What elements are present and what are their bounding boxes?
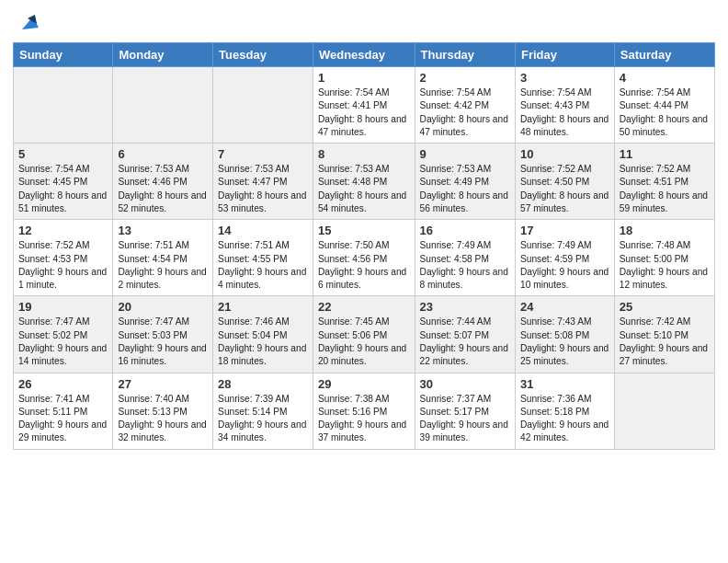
day-number: 18 — [620, 224, 710, 237]
calendar-cell: 4Sunrise: 7:54 AM Sunset: 4:44 PM Daylig… — [614, 67, 714, 144]
calendar-cell: 28Sunrise: 7:39 AM Sunset: 5:14 PM Dayli… — [213, 373, 313, 449]
day-number: 7 — [218, 147, 308, 161]
calendar-header-row: SundayMondayTuesdayWednesdayThursdayFrid… — [14, 43, 715, 67]
day-info: Sunrise: 7:53 AM Sunset: 4:49 PM Dayligh… — [420, 163, 510, 215]
day-info: Sunrise: 7:54 AM Sunset: 4:44 PM Dayligh… — [620, 86, 710, 139]
day-number: 26 — [18, 377, 108, 391]
day-info: Sunrise: 7:47 AM Sunset: 5:02 PM Dayligh… — [18, 316, 108, 368]
day-number: 15 — [318, 224, 410, 237]
day-info: Sunrise: 7:54 AM Sunset: 4:41 PM Dayligh… — [318, 86, 410, 139]
calendar-week-4: 19Sunrise: 7:47 AM Sunset: 5:02 PM Dayli… — [14, 296, 715, 373]
calendar-cell — [113, 67, 213, 144]
calendar-cell: 7Sunrise: 7:53 AM Sunset: 4:47 PM Daylig… — [213, 144, 313, 220]
calendar-cell: 29Sunrise: 7:38 AM Sunset: 5:16 PM Dayli… — [313, 373, 415, 449]
day-info: Sunrise: 7:49 AM Sunset: 4:58 PM Dayligh… — [420, 239, 510, 292]
calendar-cell: 5Sunrise: 7:54 AM Sunset: 4:45 PM Daylig… — [14, 144, 113, 220]
calendar-cell: 18Sunrise: 7:48 AM Sunset: 5:00 PM Dayli… — [614, 220, 714, 296]
day-info: Sunrise: 7:53 AM Sunset: 4:46 PM Dayligh… — [118, 163, 208, 215]
day-info: Sunrise: 7:44 AM Sunset: 5:07 PM Dayligh… — [420, 316, 510, 368]
day-number: 17 — [520, 224, 609, 237]
day-info: Sunrise: 7:51 AM Sunset: 4:55 PM Dayligh… — [218, 239, 308, 292]
day-info: Sunrise: 7:53 AM Sunset: 4:47 PM Dayligh… — [218, 163, 308, 215]
calendar-cell: 14Sunrise: 7:51 AM Sunset: 4:55 PM Dayli… — [213, 220, 313, 296]
day-number: 30 — [420, 377, 510, 391]
day-number: 14 — [218, 224, 308, 237]
calendar-cell: 12Sunrise: 7:52 AM Sunset: 4:53 PM Dayli… — [14, 220, 113, 296]
calendar-week-2: 5Sunrise: 7:54 AM Sunset: 4:45 PM Daylig… — [14, 144, 715, 220]
calendar-cell: 27Sunrise: 7:40 AM Sunset: 5:13 PM Dayli… — [113, 373, 213, 449]
day-info: Sunrise: 7:38 AM Sunset: 5:16 PM Dayligh… — [318, 393, 410, 445]
calendar-cell: 13Sunrise: 7:51 AM Sunset: 4:54 PM Dayli… — [113, 220, 213, 296]
calendar-cell: 17Sunrise: 7:49 AM Sunset: 4:59 PM Dayli… — [515, 220, 614, 296]
calendar-cell — [14, 67, 113, 144]
calendar-cell: 8Sunrise: 7:53 AM Sunset: 4:48 PM Daylig… — [313, 144, 415, 220]
day-number: 24 — [520, 300, 609, 314]
logo-icon — [15, 9, 40, 35]
calendar-cell: 24Sunrise: 7:43 AM Sunset: 5:08 PM Dayli… — [515, 296, 614, 373]
calendar-table: SundayMondayTuesdayWednesdayThursdayFrid… — [13, 42, 715, 450]
day-info: Sunrise: 7:43 AM Sunset: 5:08 PM Dayligh… — [520, 316, 609, 368]
calendar-week-3: 12Sunrise: 7:52 AM Sunset: 4:53 PM Dayli… — [14, 220, 715, 296]
day-number: 3 — [520, 71, 609, 85]
header — [13, 9, 715, 35]
day-number: 9 — [420, 147, 510, 161]
col-header-monday: Monday — [113, 43, 213, 67]
day-number: 8 — [318, 147, 410, 161]
day-number: 20 — [118, 300, 208, 314]
day-number: 6 — [118, 147, 208, 161]
calendar-cell: 25Sunrise: 7:42 AM Sunset: 5:10 PM Dayli… — [614, 296, 714, 373]
day-number: 27 — [118, 377, 208, 391]
calendar-cell: 16Sunrise: 7:49 AM Sunset: 4:58 PM Dayli… — [415, 220, 515, 296]
day-info: Sunrise: 7:54 AM Sunset: 4:42 PM Dayligh… — [420, 86, 510, 139]
calendar-cell — [213, 67, 313, 144]
day-number: 29 — [318, 377, 410, 391]
day-info: Sunrise: 7:51 AM Sunset: 4:54 PM Dayligh… — [118, 239, 208, 292]
calendar-cell: 19Sunrise: 7:47 AM Sunset: 5:02 PM Dayli… — [14, 296, 113, 373]
day-number: 13 — [118, 224, 208, 237]
calendar-cell: 10Sunrise: 7:52 AM Sunset: 4:50 PM Dayli… — [515, 144, 614, 220]
calendar-week-1: 1Sunrise: 7:54 AM Sunset: 4:41 PM Daylig… — [14, 67, 715, 144]
page: SundayMondayTuesdayWednesdayThursdayFrid… — [0, 0, 728, 463]
day-number: 12 — [18, 224, 108, 237]
calendar-cell: 21Sunrise: 7:46 AM Sunset: 5:04 PM Dayli… — [213, 296, 313, 373]
day-number: 4 — [620, 71, 710, 85]
day-number: 25 — [620, 300, 710, 314]
day-number: 16 — [420, 224, 510, 237]
day-info: Sunrise: 7:48 AM Sunset: 5:00 PM Dayligh… — [620, 239, 710, 292]
logo-area — [13, 9, 40, 35]
col-header-thursday: Thursday — [415, 43, 515, 67]
day-number: 2 — [420, 71, 510, 85]
day-info: Sunrise: 7:54 AM Sunset: 4:45 PM Dayligh… — [18, 163, 108, 215]
day-info: Sunrise: 7:41 AM Sunset: 5:11 PM Dayligh… — [18, 393, 108, 445]
day-info: Sunrise: 7:47 AM Sunset: 5:03 PM Dayligh… — [118, 316, 208, 368]
day-info: Sunrise: 7:45 AM Sunset: 5:06 PM Dayligh… — [318, 316, 410, 368]
calendar-cell: 23Sunrise: 7:44 AM Sunset: 5:07 PM Dayli… — [415, 296, 515, 373]
day-number: 22 — [318, 300, 410, 314]
day-info: Sunrise: 7:52 AM Sunset: 4:53 PM Dayligh… — [18, 239, 108, 292]
calendar-cell: 9Sunrise: 7:53 AM Sunset: 4:49 PM Daylig… — [415, 144, 515, 220]
calendar-cell: 6Sunrise: 7:53 AM Sunset: 4:46 PM Daylig… — [113, 144, 213, 220]
day-number: 11 — [620, 147, 710, 161]
calendar-cell: 11Sunrise: 7:52 AM Sunset: 4:51 PM Dayli… — [614, 144, 714, 220]
col-header-friday: Friday — [515, 43, 614, 67]
calendar-cell: 31Sunrise: 7:36 AM Sunset: 5:18 PM Dayli… — [515, 373, 614, 449]
calendar-cell: 26Sunrise: 7:41 AM Sunset: 5:11 PM Dayli… — [14, 373, 113, 449]
day-info: Sunrise: 7:39 AM Sunset: 5:14 PM Dayligh… — [218, 393, 308, 445]
calendar-cell — [614, 373, 714, 449]
calendar-cell: 20Sunrise: 7:47 AM Sunset: 5:03 PM Dayli… — [113, 296, 213, 373]
day-number: 5 — [18, 147, 108, 161]
calendar-cell: 1Sunrise: 7:54 AM Sunset: 4:41 PM Daylig… — [313, 67, 415, 144]
day-number: 31 — [520, 377, 609, 391]
day-info: Sunrise: 7:36 AM Sunset: 5:18 PM Dayligh… — [520, 393, 609, 445]
calendar-cell: 15Sunrise: 7:50 AM Sunset: 4:56 PM Dayli… — [313, 220, 415, 296]
day-info: Sunrise: 7:52 AM Sunset: 4:51 PM Dayligh… — [620, 163, 710, 215]
day-info: Sunrise: 7:46 AM Sunset: 5:04 PM Dayligh… — [218, 316, 308, 368]
day-info: Sunrise: 7:50 AM Sunset: 4:56 PM Dayligh… — [318, 239, 410, 292]
day-number: 19 — [18, 300, 108, 314]
calendar-week-5: 26Sunrise: 7:41 AM Sunset: 5:11 PM Dayli… — [14, 373, 715, 449]
day-info: Sunrise: 7:42 AM Sunset: 5:10 PM Dayligh… — [620, 316, 710, 368]
day-number: 1 — [318, 71, 410, 85]
day-info: Sunrise: 7:37 AM Sunset: 5:17 PM Dayligh… — [420, 393, 510, 445]
col-header-saturday: Saturday — [614, 43, 714, 67]
col-header-wednesday: Wednesday — [313, 43, 415, 67]
